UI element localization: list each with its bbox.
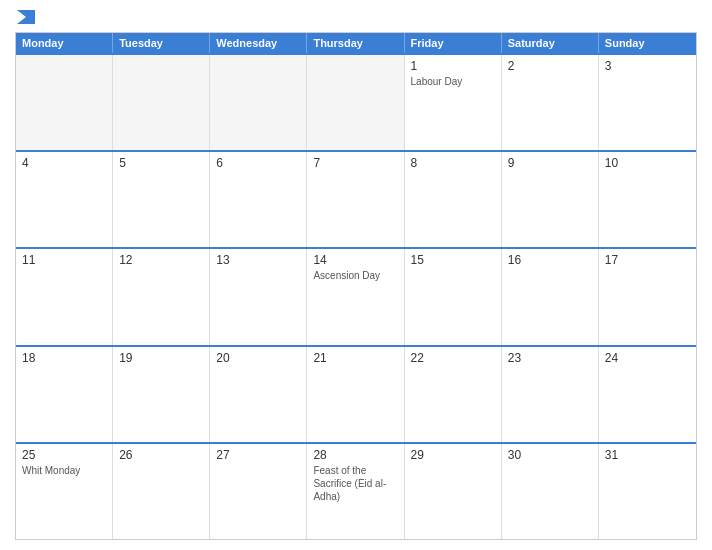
day-number: 23	[508, 351, 592, 365]
day-number: 19	[119, 351, 203, 365]
cal-cell-3-3: 21	[307, 347, 404, 442]
logo-flag-icon	[17, 10, 35, 24]
day-number: 20	[216, 351, 300, 365]
day-number: 4	[22, 156, 106, 170]
day-number: 24	[605, 351, 690, 365]
day-number: 15	[411, 253, 495, 267]
cal-cell-0-3	[307, 55, 404, 150]
header-day-wednesday: Wednesday	[210, 33, 307, 53]
day-number: 29	[411, 448, 495, 462]
cal-cell-3-5: 23	[502, 347, 599, 442]
header	[15, 10, 697, 24]
cal-cell-4-2: 27	[210, 444, 307, 539]
day-number: 22	[411, 351, 495, 365]
header-day-saturday: Saturday	[502, 33, 599, 53]
day-number: 12	[119, 253, 203, 267]
cal-cell-0-0	[16, 55, 113, 150]
cal-cell-2-2: 13	[210, 249, 307, 344]
calendar-row-3: 18192021222324	[16, 345, 696, 442]
cal-cell-0-5: 2	[502, 55, 599, 150]
day-event: Labour Day	[411, 75, 495, 88]
cal-cell-2-5: 16	[502, 249, 599, 344]
day-event: Whit Monday	[22, 464, 106, 477]
cal-cell-4-0: 25Whit Monday	[16, 444, 113, 539]
cal-cell-4-4: 29	[405, 444, 502, 539]
cal-cell-2-6: 17	[599, 249, 696, 344]
logo	[15, 10, 35, 24]
header-day-friday: Friday	[405, 33, 502, 53]
day-event: Feast of the Sacrifice (Eid al-Adha)	[313, 464, 397, 503]
day-number: 26	[119, 448, 203, 462]
calendar-row-4: 25Whit Monday262728Feast of the Sacrific…	[16, 442, 696, 539]
cal-cell-2-1: 12	[113, 249, 210, 344]
cal-cell-1-4: 8	[405, 152, 502, 247]
day-number: 28	[313, 448, 397, 462]
day-number: 14	[313, 253, 397, 267]
day-number: 9	[508, 156, 592, 170]
calendar: MondayTuesdayWednesdayThursdayFridaySatu…	[15, 32, 697, 540]
cal-cell-3-6: 24	[599, 347, 696, 442]
calendar-header: MondayTuesdayWednesdayThursdayFridaySatu…	[16, 33, 696, 53]
day-number: 1	[411, 59, 495, 73]
calendar-body: 1Labour Day234567891011121314Ascension D…	[16, 53, 696, 539]
day-number: 5	[119, 156, 203, 170]
cal-cell-3-0: 18	[16, 347, 113, 442]
cal-cell-0-4: 1Labour Day	[405, 55, 502, 150]
day-number: 17	[605, 253, 690, 267]
day-number: 3	[605, 59, 690, 73]
cal-cell-2-0: 11	[16, 249, 113, 344]
cal-cell-4-3: 28Feast of the Sacrifice (Eid al-Adha)	[307, 444, 404, 539]
day-number: 6	[216, 156, 300, 170]
cal-cell-1-2: 6	[210, 152, 307, 247]
day-number: 27	[216, 448, 300, 462]
cal-cell-1-3: 7	[307, 152, 404, 247]
day-number: 2	[508, 59, 592, 73]
calendar-row-2: 11121314Ascension Day151617	[16, 247, 696, 344]
day-number: 31	[605, 448, 690, 462]
cal-cell-3-2: 20	[210, 347, 307, 442]
cal-cell-4-6: 31	[599, 444, 696, 539]
page: MondayTuesdayWednesdayThursdayFridaySatu…	[0, 0, 712, 550]
day-number: 21	[313, 351, 397, 365]
header-day-monday: Monday	[16, 33, 113, 53]
cal-cell-4-1: 26	[113, 444, 210, 539]
calendar-row-0: 1Labour Day23	[16, 53, 696, 150]
day-event: Ascension Day	[313, 269, 397, 282]
day-number: 16	[508, 253, 592, 267]
cal-cell-0-2	[210, 55, 307, 150]
day-number: 10	[605, 156, 690, 170]
cal-cell-0-1	[113, 55, 210, 150]
cal-cell-3-1: 19	[113, 347, 210, 442]
cal-cell-4-5: 30	[502, 444, 599, 539]
header-day-sunday: Sunday	[599, 33, 696, 53]
cal-cell-2-3: 14Ascension Day	[307, 249, 404, 344]
day-number: 30	[508, 448, 592, 462]
cal-cell-1-1: 5	[113, 152, 210, 247]
day-number: 8	[411, 156, 495, 170]
cal-cell-0-6: 3	[599, 55, 696, 150]
header-day-tuesday: Tuesday	[113, 33, 210, 53]
cal-cell-1-6: 10	[599, 152, 696, 247]
cal-cell-1-5: 9	[502, 152, 599, 247]
cal-cell-1-0: 4	[16, 152, 113, 247]
calendar-row-1: 45678910	[16, 150, 696, 247]
day-number: 18	[22, 351, 106, 365]
day-number: 25	[22, 448, 106, 462]
day-number: 11	[22, 253, 106, 267]
cal-cell-3-4: 22	[405, 347, 502, 442]
day-number: 13	[216, 253, 300, 267]
header-day-thursday: Thursday	[307, 33, 404, 53]
day-number: 7	[313, 156, 397, 170]
cal-cell-2-4: 15	[405, 249, 502, 344]
